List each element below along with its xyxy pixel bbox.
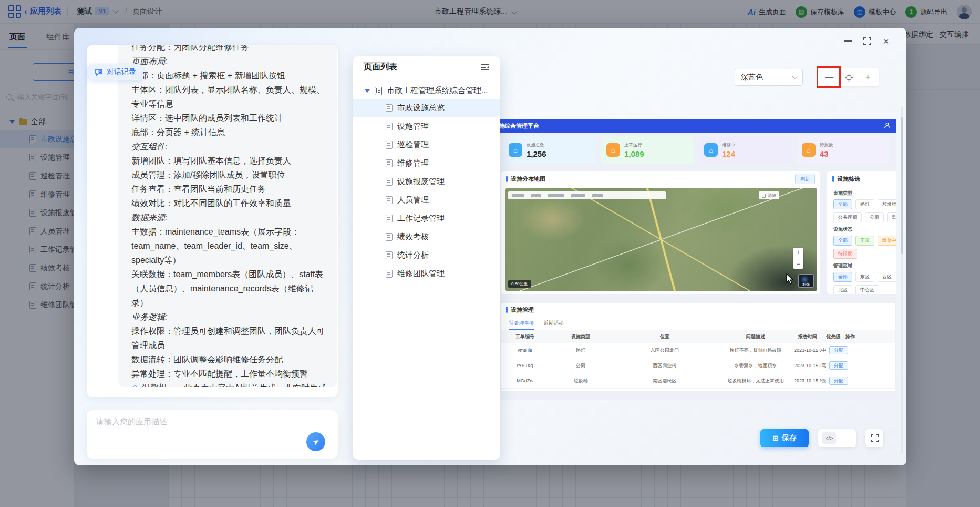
filter-option-button[interactable]: 全部	[833, 272, 852, 282]
title-accent-bar	[832, 176, 834, 182]
map-zoom-controls[interactable]: +−	[793, 248, 803, 269]
table-tabs: 待处理事项近期活动	[501, 317, 895, 330]
title-accent-bar	[506, 176, 508, 182]
chat-line: 成员管理：添加/移除团队成员，设置职位	[131, 168, 327, 182]
ai-generate-modal: × 任务分配：为团队分配维修任务 页面布局: 顶部：页面标题 + 搜索框 + 新…	[74, 28, 906, 465]
table-row: vmtHle路灯东区公园北门路灯不亮，疑似电路故障2023-10-15 08:3…	[501, 343, 895, 358]
filter-option-button[interactable]: 北区	[833, 285, 852, 295]
app-description-input[interactable]	[95, 417, 295, 427]
send-button[interactable]: ➤	[306, 432, 325, 451]
chat-line: 绩效对比：对比不同团队的工作效率和质量	[131, 196, 327, 210]
table-row: rYEJXq公厕西区商业街水管漏水，地面积水2023-10-15 09:45高 …	[501, 358, 895, 373]
zoom-in-button[interactable]: +	[857, 72, 879, 83]
fullscreen-icon[interactable]	[861, 35, 873, 47]
filter-group: 管理区域 全部 东区 西区 北区	[833, 262, 896, 295]
filter-card-title: 设施筛选	[837, 175, 860, 183]
page-tree-item[interactable]: 设施报废管理	[353, 173, 500, 191]
page-label: 统计分析	[397, 250, 429, 260]
table-cell: 西区商业街	[612, 362, 717, 369]
filter-option-button[interactable]: 路灯	[855, 199, 874, 209]
filter-option-button[interactable]: 待报废	[833, 249, 857, 259]
table-cell: 南区居民区	[612, 378, 717, 384]
stat-label: 正常运行	[624, 142, 644, 148]
table-cell: 2023-10-15 10:20	[794, 378, 821, 383]
table-row: MGdZis垃圾桶南区居民区垃圾桶损坏，无法正常使用2023-10-15 10:…	[501, 373, 895, 389]
close-icon[interactable]: ×	[880, 35, 892, 47]
preview-fullscreen-button[interactable]	[865, 429, 883, 447]
page-tree-item[interactable]: 维修管理	[353, 154, 500, 173]
filter-option-button[interactable]: 垃圾桶	[878, 199, 896, 209]
filter-option-button[interactable]: 中心区	[855, 285, 879, 295]
view-code-button[interactable]: </>	[818, 429, 856, 447]
stat-card: ⌂ 待报废 43	[797, 136, 889, 164]
bell-icon	[131, 384, 139, 387]
stat-cards: ⌂ 设施总数 1,256 ⌂ 正常运行 1,089	[503, 136, 889, 164]
facility-icon: ⌂	[606, 143, 620, 157]
column-header: 问题描述	[717, 333, 794, 340]
page-list-panel: 页面列表 市政工程管理系统综合管理... 市政设施总览	[353, 56, 500, 460]
assign-button[interactable]: 分配	[829, 346, 848, 354]
map-zoom-out[interactable]: −	[796, 260, 800, 268]
assign-button[interactable]: 分配	[829, 361, 848, 370]
chat-record-tag[interactable]: 对话记录	[88, 64, 143, 80]
page-tree-item[interactable]: 绩效考核	[353, 228, 500, 246]
save-icon: ⊞	[772, 434, 779, 442]
page-tree-item[interactable]: 人员管理	[353, 191, 500, 209]
filter-option-button[interactable]: 全部	[833, 236, 852, 246]
map-clear-button[interactable]: 清除	[759, 191, 779, 199]
page-tree-item[interactable]: 工作记录管理	[353, 209, 500, 228]
user-icon[interactable]	[884, 122, 891, 129]
page-label: 设施管理	[397, 121, 429, 131]
collapse-panel-icon[interactable]	[480, 64, 490, 71]
table-cell: 垃圾桶	[549, 378, 612, 384]
refresh-button[interactable]: 刷新	[795, 174, 815, 184]
chat-line: 数据来源:	[131, 210, 327, 225]
filter-group-label: 设施状态	[833, 226, 896, 233]
filter-option-button[interactable]: 监控	[887, 212, 896, 222]
table-header-row: 工单编号设施类型位置问题描述报告时间优先级操作	[501, 330, 895, 343]
map-card-title-row: 设施分布地图 刷新	[501, 171, 820, 186]
annotation-box	[817, 66, 841, 88]
zoom-reset-button[interactable]	[841, 74, 857, 82]
page-tree-item[interactable]: 统计分析	[353, 246, 500, 265]
map-toolbar[interactable]	[508, 191, 666, 199]
page-label: 设施报废管理	[397, 177, 445, 187]
stat-card: ⌂ 维修中 124	[699, 136, 791, 164]
filter-option-button[interactable]: 全部	[833, 199, 852, 209]
filter-option-button[interactable]: 正常	[855, 236, 874, 246]
table-cell: 路灯不亮，疑似电路故障	[717, 347, 794, 354]
filter-options: 全部 路灯 垃圾桶 公共座椅 公厕 监控	[833, 199, 896, 222]
table-cell: 垃圾桶损坏，无法正常使用	[717, 378, 794, 384]
save-button[interactable]: ⊞ 保存	[760, 429, 809, 447]
table-body: vmtHle路灯东区公园北门路灯不亮，疑似电路故障2023-10-15 08:3…	[501, 343, 895, 389]
assign-button[interactable]: 分配	[829, 377, 848, 385]
map-zoom-in[interactable]: +	[796, 249, 800, 256]
minimize-icon[interactable]	[842, 35, 854, 47]
table-cell: 东区公园北门	[612, 347, 717, 354]
dashboard-title: 市政设施综合管理平台	[497, 122, 539, 130]
filter-option-button[interactable]: 公厕	[865, 212, 884, 222]
page-list-header: 页面列表	[353, 56, 500, 78]
filter-option-button[interactable]: 公共座椅	[833, 212, 862, 222]
column-header: 位置	[612, 333, 717, 340]
page-tree-item[interactable]: 维修团队管理	[353, 265, 500, 283]
page-label: 维修管理	[397, 158, 429, 168]
stat-value: 124	[722, 149, 736, 158]
stat-value: 1,089	[624, 149, 644, 158]
page-icon	[386, 123, 393, 130]
filter-option-button[interactable]: 维修中	[878, 236, 896, 246]
page-tree-item[interactable]: 设施管理	[353, 117, 500, 136]
map-layer-thumbnail[interactable]: 影像	[798, 274, 814, 288]
theme-select[interactable]: 深蓝色	[735, 69, 803, 86]
page-tree-root[interactable]: 市政工程管理系统综合管理...	[353, 78, 500, 99]
map-canvas[interactable]: 清除 +− 0.80公里 影像	[505, 188, 817, 291]
page-tree-item[interactable]: 巡检管理	[353, 136, 500, 154]
page-tree-item[interactable]: 市政设施总览	[353, 99, 500, 117]
filter-option-button[interactable]: 东区	[855, 272, 874, 282]
root-label: 市政工程管理系统综合管理...	[387, 86, 488, 96]
preview-scrollbar[interactable]	[901, 107, 903, 454]
filter-option-button[interactable]: 西区	[878, 272, 896, 282]
table-tab[interactable]: 近期活动	[544, 317, 564, 330]
page-icon	[386, 251, 393, 259]
table-tab[interactable]: 待处理事项	[509, 317, 534, 330]
